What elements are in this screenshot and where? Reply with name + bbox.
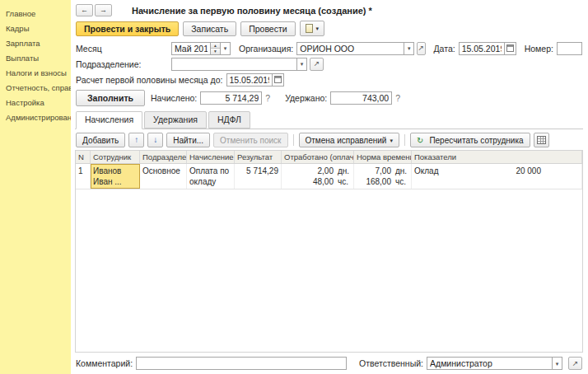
month-input[interactable] <box>171 42 210 55</box>
tab-strip: Начисления Удержания НДФЛ <box>75 111 583 129</box>
indicator-name: Оклад <box>414 166 467 176</box>
comment-input[interactable] <box>136 357 347 370</box>
cancel-search-button[interactable]: Отменить поиск <box>213 133 287 147</box>
header-n[interactable]: N <box>76 151 91 163</box>
table-grid-icon <box>537 136 546 144</box>
post-button[interactable]: Провести <box>240 21 295 36</box>
document-icon <box>306 24 313 33</box>
month-field: ▴ ▾ ▾ <box>171 42 231 55</box>
tab-ndfl[interactable]: НДФЛ <box>208 111 250 129</box>
sidebar-item-payments[interactable]: Выплаты <box>0 52 71 64</box>
spin-down-icon[interactable]: ▾ <box>211 48 220 54</box>
fill-button[interactable]: Заполнить <box>76 90 145 106</box>
post-and-close-button[interactable]: Провести и закрыть <box>76 21 179 36</box>
find-button[interactable]: Найти... <box>166 133 210 147</box>
header-indicators[interactable]: Показатели <box>412 151 582 163</box>
department-label: Подразделение: <box>76 59 171 69</box>
organization-field: ▾ <box>296 42 414 55</box>
sidebar-item-taxes[interactable]: Налоги и взносы <box>0 67 71 79</box>
indicator-value: 20 000 <box>467 166 541 176</box>
chevron-down-icon: ▾ <box>316 26 320 31</box>
back-button[interactable]: ← <box>76 4 93 16</box>
refresh-icon: ↻ <box>417 136 423 145</box>
norm-hours: 168,00 чс. <box>357 176 408 187</box>
responsible-dropdown-button[interactable]: ▾ <box>552 357 562 370</box>
date-calendar-button[interactable] <box>504 42 516 55</box>
header-norm[interactable]: Норма времени <box>354 151 412 163</box>
accrued-value-field[interactable] <box>200 91 262 105</box>
move-down-button[interactable]: ↓ <box>147 133 163 147</box>
department-input[interactable] <box>171 58 296 71</box>
cell-norm[interactable]: 7,00 дн. 168,00 чс. <box>354 164 412 189</box>
table-header-row: N Сотрудник Подразделе... Начисление Рез… <box>76 151 582 164</box>
department-dropdown-button[interactable]: ▾ <box>296 58 307 71</box>
withheld-hint-icon[interactable]: ? <box>395 93 400 103</box>
tab-accruals[interactable]: Начисления <box>76 111 142 129</box>
responsible-input[interactable] <box>427 357 552 370</box>
cell-worked[interactable]: 2,00 дн. 48,00 чс. <box>282 164 354 189</box>
recalculate-employee-button[interactable]: ↻ Пересчитать сотрудника <box>410 133 530 147</box>
month-choose-button[interactable]: ▾ <box>220 42 231 55</box>
sidebar-item-salary[interactable]: Зарплата <box>0 37 71 49</box>
sidebar: Главное Кадры Зарплата Выплаты Налоги и … <box>0 0 71 374</box>
toolbar-separator <box>404 134 405 146</box>
cell-indicators[interactable]: Оклад 20 000 <box>412 164 582 189</box>
table-row[interactable]: 1 Иванов Иван ... Основное Оплата по окл… <box>76 164 582 189</box>
header-employee[interactable]: Сотрудник <box>91 151 140 163</box>
responsible-open-button[interactable]: ↗ <box>568 357 582 370</box>
forward-icon: → <box>100 6 107 14</box>
cell-employee[interactable]: Иванов Иван ... <box>91 164 140 189</box>
responsible-label: Ответственный: <box>359 358 423 368</box>
title-bar: ← → Начисление за первую половину месяца… <box>75 2 583 18</box>
number-input[interactable] <box>557 42 582 55</box>
header-worked[interactable]: Отработано (оплачено) <box>282 151 354 163</box>
norm-days: 7,00 дн. <box>357 166 408 176</box>
accrued-hint-icon[interactable]: ? <box>265 93 270 103</box>
date-input[interactable] <box>459 42 504 55</box>
tab-deductions[interactable]: Удержания <box>144 111 207 129</box>
month-spinner: ▴ ▾ <box>210 42 220 55</box>
arrow-up-icon: ↑ <box>134 136 138 144</box>
sidebar-item-hr[interactable]: Кадры <box>0 22 71 35</box>
recalculate-label: Пересчитать сотрудника <box>429 136 523 145</box>
more-actions-button[interactable]: ▾ <box>300 21 325 36</box>
footer-bar: Комментарий: Ответственный: ▾ ↗ <box>75 353 583 371</box>
add-row-button[interactable]: Добавить <box>76 133 125 147</box>
write-button[interactable]: Записать <box>183 21 236 36</box>
organization-open-button[interactable]: ↗ <box>417 42 425 55</box>
toolbar-separator <box>293 134 294 146</box>
cell-accrual[interactable]: Оплата по окладу <box>187 164 235 189</box>
sidebar-item-main[interactable]: Главное <box>0 7 71 20</box>
sidebar-item-reports[interactable]: Отчетность, справки <box>0 82 71 94</box>
undo-corrections-button[interactable]: Отмена исправлений ▾ <box>299 133 399 147</box>
department-open-button[interactable]: ↗ <box>310 58 324 71</box>
sidebar-item-settings[interactable]: Настройка <box>0 96 71 109</box>
move-up-button[interactable]: ↑ <box>128 133 144 147</box>
header-result[interactable]: Результат <box>235 151 282 163</box>
cell-result[interactable]: 5 714,29 <box>235 164 282 189</box>
calc-until-label: Расчет первой половины месяца до: <box>76 75 223 85</box>
worked-days: 2,00 дн. <box>284 166 351 176</box>
organization-dropdown-button[interactable]: ▾ <box>404 42 414 55</box>
calc-until-calendar-button[interactable] <box>272 73 284 86</box>
cell-row-number[interactable]: 1 <box>76 164 91 189</box>
cell-department[interactable]: Основное <box>140 164 187 189</box>
header-department[interactable]: Подразделе... <box>140 151 187 163</box>
sidebar-item-administration[interactable]: Администрирование <box>0 111 71 124</box>
form-row-calc-until: Расчет первой половины месяца до: <box>75 72 583 87</box>
form-row-month: Месяц ▴ ▾ ▾ Организация: ▾ ↗ Дата: Номер… <box>75 40 583 56</box>
worked-hours: 48,00 чс. <box>284 176 351 187</box>
header-accrual[interactable]: Начисление <box>187 151 235 163</box>
calc-until-input[interactable] <box>226 73 272 86</box>
withheld-value-field[interactable] <box>330 91 392 105</box>
calendar-icon <box>274 76 282 83</box>
chevron-down-icon: ▾ <box>301 61 304 67</box>
open-link-icon: ↗ <box>572 359 579 367</box>
form-row-totals: Заполнить Начислено: ? Удержано: ? <box>75 87 583 108</box>
organization-input[interactable] <box>296 42 404 55</box>
undo-corrections-label: Отмена исправлений <box>306 136 387 145</box>
calc-until-field <box>226 73 284 86</box>
forward-button[interactable]: → <box>95 4 112 16</box>
grid-settings-button[interactable] <box>534 133 549 147</box>
norm-days-unit: дн. <box>391 166 408 176</box>
